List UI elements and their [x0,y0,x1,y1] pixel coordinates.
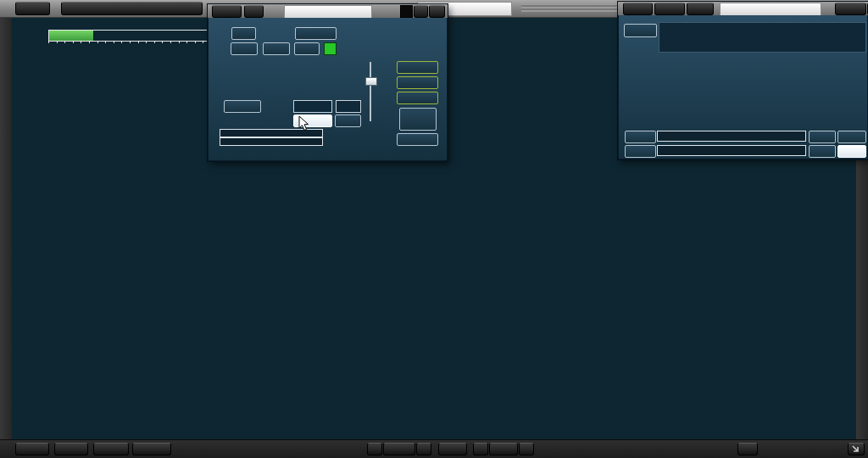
main-ma-button[interactable] [244,5,264,18]
bottom-toolbar [0,439,868,458]
s-meter [48,30,214,42]
sp-settings-button[interactable] [15,2,50,15]
agc-slow-button[interactable] [837,145,866,158]
main-window [208,4,448,161]
sr-value-field[interactable] [293,100,332,113]
main-settings-button[interactable] [212,5,242,18]
rbw-down-button[interactable] [473,443,488,455]
main-window-titlebar[interactable] [208,4,448,19]
resize-grip-icon[interactable] [848,443,865,455]
rx-window-body [618,15,868,159]
volume-bar[interactable] [657,145,806,156]
waterfall-display[interactable] [0,238,868,440]
rsyn1-button[interactable] [835,3,866,15]
sp-view-button[interactable] [15,443,49,455]
info-button[interactable] [737,443,758,455]
main-window-title [284,5,372,19]
sdruno-application [0,0,868,458]
combo-view-button[interactable] [132,443,171,455]
agc-off-button[interactable] [809,131,836,143]
lo-lock-button[interactable] [397,92,438,104]
zoom-label [383,443,415,455]
window-frame-left [0,0,12,458]
del-vrx-button[interactable] [397,76,438,89]
main-close-button[interactable] [429,5,445,18]
deemph-button[interactable] [624,24,657,37]
agc-fast-button[interactable] [837,131,866,143]
rbw-label [489,443,518,455]
rbw-up-button[interactable] [519,443,534,455]
dab-button[interactable] [335,114,361,127]
main-window-body [208,18,448,161]
exw-button[interactable] [687,3,714,15]
mem-pan-button[interactable] [397,133,438,146]
sp1-button[interactable] [231,42,258,55]
main-led-digit [400,5,413,18]
rx-window-title [720,3,821,16]
mouse-cursor [298,115,309,135]
stop-button[interactable] [399,108,437,131]
zoom-in-button[interactable] [416,443,431,455]
rf-gain-slider-handle[interactable] [365,77,377,86]
rf-gain-slider-track[interactable] [370,62,371,121]
add-vrx-button[interactable] [397,61,438,74]
rx-window-titlebar[interactable] [618,2,868,16]
rec-panel-button[interactable] [295,27,337,40]
sp-wf-view-button[interactable] [93,443,129,455]
squelch-bar[interactable] [657,131,806,142]
rdsw-button[interactable] [654,3,685,15]
vfo-button[interactable] [438,443,467,455]
dec-value-field[interactable] [336,100,361,113]
main-minimize-button[interactable] [414,5,428,18]
zoom-out-button[interactable] [367,443,382,455]
sys-load-bar [220,137,323,146]
bias-t-button[interactable] [224,100,261,113]
s-meter-bar [49,31,93,41]
rx-control-window [618,2,868,159]
frequency-panel [659,22,866,53]
mute-button[interactable] [625,145,656,158]
rx-settings-button[interactable] [623,3,653,15]
pwr-snr-to-csv-button[interactable] [61,2,203,15]
rx-button[interactable] [294,42,320,55]
agc-med-button[interactable] [809,145,836,158]
s-meter-ticks [48,41,212,43]
sqlc-button[interactable] [625,131,656,143]
wf-view-button[interactable] [54,443,88,455]
rx-active-indicator [324,42,337,55]
sp2-button[interactable] [263,42,290,55]
opt-button[interactable] [231,27,256,40]
